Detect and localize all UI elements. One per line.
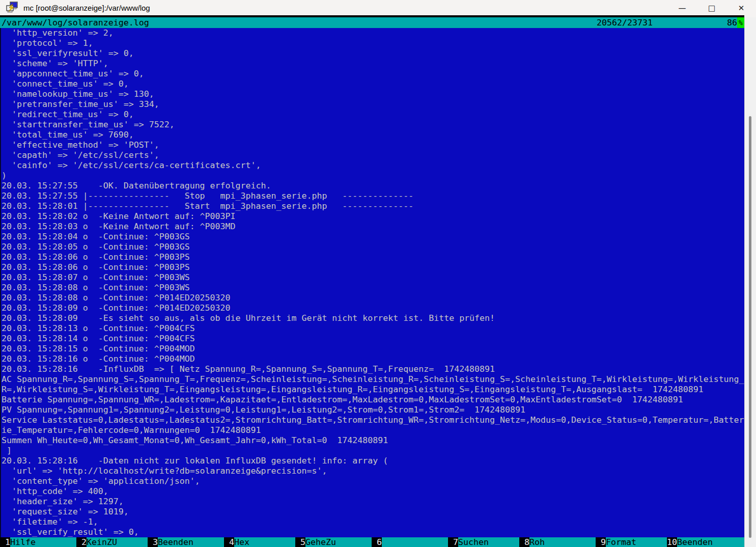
scrollbar-track[interactable] bbox=[744, 17, 756, 547]
log-line: 'ssl_verifyresult' => 0, bbox=[1, 48, 744, 59]
log-line: 'http_version' => 2, bbox=[1, 28, 744, 38]
fn-key-4-hex[interactable]: 4Hex bbox=[224, 537, 295, 547]
log-line: 20.03. 15:28:08 o -Continue: ^P003WS bbox=[1, 283, 744, 293]
log-line: 20.03. 15:28:06 o -Continue: ^P003PS bbox=[1, 252, 744, 262]
fn-key-number: 3 bbox=[148, 537, 158, 547]
window-title: mc [root@solaranzeige]:/var/www/log bbox=[23, 4, 150, 12]
fn-key-6[interactable]: 6 bbox=[372, 537, 448, 547]
fn-key-2-keinzu[interactable]: 2KeinZU bbox=[76, 537, 148, 547]
log-line: R=,Wirkleistung_S=,Wirkleistung_T=,Einga… bbox=[1, 385, 744, 395]
fn-key-9-format[interactable]: 9Format bbox=[596, 537, 667, 547]
log-line: 20.03. 15:27:55 |---------------- Stop m… bbox=[1, 191, 744, 201]
log-line: PV Spannung=,Spannung1=,Spannung2=,Leist… bbox=[1, 405, 744, 415]
fn-key-label bbox=[382, 537, 448, 547]
log-line: 'redirect_time_us' => 0, bbox=[1, 110, 744, 120]
log-line: ) bbox=[1, 171, 744, 181]
putty-app-icon bbox=[6, 2, 18, 14]
fn-key-3-beenden[interactable]: 3Beenden bbox=[148, 537, 224, 547]
fn-key-number: 9 bbox=[596, 537, 606, 547]
fn-key-8-roh[interactable]: 8Roh bbox=[519, 537, 596, 547]
fn-key-label: GeheZu bbox=[305, 537, 372, 547]
log-line: Service Laststatus=0,Ladestatus=,Ladesta… bbox=[1, 415, 744, 425]
log-line: 20.03. 15:28:08 o -Continue: ^P014ED2025… bbox=[1, 293, 744, 303]
log-line: 'appconnect_time_us' => 0, bbox=[1, 69, 744, 79]
log-line: 'namelookup_time_us' => 130, bbox=[1, 89, 744, 99]
log-line: 'request_size' => 1019, bbox=[1, 507, 744, 517]
log-line: AC Spannung_R=,Spannung_S=,Spannung_T=,F… bbox=[1, 374, 744, 385]
fn-key-label: Roh bbox=[529, 537, 596, 547]
log-line: 'url' => 'http://localhost/write?db=sola… bbox=[1, 466, 744, 476]
mc-viewer-window: mc [root@solaranzeige]:/var/www/log — □ … bbox=[0, 0, 756, 547]
log-line: 'protocol' => 1, bbox=[1, 38, 744, 48]
log-line: 20.03. 15:28:16 o -Continue: ^P004MOD bbox=[1, 354, 744, 364]
byte-position: 20562/23731 bbox=[597, 17, 653, 28]
fn-key-label: Hilfe bbox=[10, 537, 76, 547]
log-line: 20.03. 15:28:14 o -Continue: ^P004CFS bbox=[1, 334, 744, 344]
maximize-button[interactable]: □ bbox=[697, 0, 726, 16]
fn-key-number: 7 bbox=[448, 537, 458, 547]
viewer-header-bar: /var/www/log/solaranzeige.log 20562/2373… bbox=[0, 17, 744, 28]
log-line: 20.03. 15:28:09 o -Continue: ^P014ED2025… bbox=[1, 303, 744, 313]
percent-sign-badge: % bbox=[737, 17, 744, 28]
log-lines: 'http_version' => 2, 'protocol' => 1, 's… bbox=[0, 28, 744, 537]
log-line: 20.03. 15:28:07 o -Continue: ^P003WS bbox=[1, 272, 744, 283]
log-line: 'connect_time_us' => 0, bbox=[1, 79, 744, 89]
log-line: 20.03. 15:28:03 o -Keine Antwort auf: ^P… bbox=[1, 222, 744, 232]
fn-key-label: Beenden bbox=[158, 537, 224, 547]
log-line: 'content_type' => 'application/json', bbox=[1, 476, 744, 486]
log-line: 'pretransfer_time_us' => 334, bbox=[1, 99, 744, 110]
log-line: 'effective_method' => 'POST', bbox=[1, 140, 744, 150]
fn-key-label: Beenden bbox=[677, 537, 744, 547]
fn-key-7-suchen[interactable]: 7Suchen bbox=[448, 537, 519, 547]
log-line: ] bbox=[1, 446, 744, 456]
log-line: 20.03. 15:28:05 o -Continue: ^P003GS bbox=[1, 242, 744, 252]
fn-key-label: Format bbox=[606, 537, 667, 547]
log-line: 20.03. 15:28:13 o -Continue: ^P004CFS bbox=[1, 323, 744, 334]
log-line: 'filetime' => -1, bbox=[1, 517, 744, 527]
window-titlebar: mc [root@solaranzeige]:/var/www/log — □ … bbox=[0, 0, 756, 16]
log-line: 'ssl_verify_result' => 0, bbox=[1, 527, 744, 537]
log-line: 20.03. 15:28:02 o -Keine Antwort auf: ^P… bbox=[1, 211, 744, 222]
log-line: 20.03. 15:28:09 -Es sieht so aus, als ob… bbox=[1, 313, 744, 323]
log-line: 20.03. 15:28:06 o -Continue: ^P003PS bbox=[1, 262, 744, 272]
fn-key-number: 6 bbox=[372, 537, 382, 547]
fn-key-10-beenden[interactable]: 10Beenden bbox=[667, 537, 744, 547]
fn-key-label: KeinZU bbox=[87, 537, 148, 547]
log-line: ie_Temperatur=,Fehlercode=0,Warnungen=0 … bbox=[1, 425, 744, 435]
log-line: 'capath' => '/etc/ssl/certs', bbox=[1, 150, 744, 160]
log-line: 'header_size' => 1297, bbox=[1, 497, 744, 507]
log-line: Batterie Spannung=,Spannung_WR=,Ladestro… bbox=[1, 395, 744, 405]
fn-key-label: Suchen bbox=[458, 537, 519, 547]
minimize-button[interactable]: — bbox=[667, 0, 697, 16]
fn-key-number: 10 bbox=[667, 537, 677, 547]
log-line: 'cainfo' => '/etc/ssl/certs/ca-certifica… bbox=[1, 160, 744, 171]
scrollbar-thumb[interactable] bbox=[749, 116, 751, 538]
fn-key-label: Hex bbox=[234, 537, 295, 547]
log-line: 20.03. 15:28:15 o -Continue: ^P004MOD bbox=[1, 344, 744, 354]
fn-key-number: 5 bbox=[295, 537, 305, 547]
fn-key-5-gehezu[interactable]: 5GeheZu bbox=[295, 537, 372, 547]
function-key-bar: 1Hilfe2KeinZU3Beenden4Hex5GeheZu67Suchen… bbox=[0, 537, 744, 547]
log-line: 'total_time_us' => 7690, bbox=[1, 130, 744, 140]
log-line: 20.03. 15:27:55 -OK. Datenübertragung er… bbox=[1, 181, 744, 191]
fn-key-number: 8 bbox=[519, 537, 529, 547]
log-line: 'starttransfer_time_us' => 7522, bbox=[1, 120, 744, 130]
log-line: 'http_code' => 400, bbox=[1, 486, 744, 497]
fn-key-number: 1 bbox=[0, 537, 10, 547]
fn-key-number: 4 bbox=[224, 537, 234, 547]
log-line: 20.03. 15:28:16 -Daten nicht zur lokalen… bbox=[1, 456, 744, 466]
file-path: /var/www/log/solaranzeige.log bbox=[2, 17, 149, 28]
fn-key-1-hilfe[interactable]: 1Hilfe bbox=[0, 537, 76, 547]
percent-value: 86 bbox=[727, 17, 737, 28]
log-line: Summen Wh_Heute=0,Wh_Gesamt_Monat=0,Wh_G… bbox=[1, 435, 744, 446]
window-controls: — □ ✕ bbox=[667, 0, 756, 16]
titlebar-corner bbox=[744, 0, 756, 17]
log-line: 20.03. 15:28:01 |---------------- Start … bbox=[1, 201, 744, 211]
log-line: 'scheme' => 'HTTP', bbox=[1, 59, 744, 69]
fn-key-number: 2 bbox=[76, 537, 87, 547]
log-line: 20.03. 15:28:04 o -Continue: ^P003GS bbox=[1, 232, 744, 242]
log-line: 20.03. 15:28:16 -InfluxDB => [ Netz Span… bbox=[1, 364, 744, 374]
